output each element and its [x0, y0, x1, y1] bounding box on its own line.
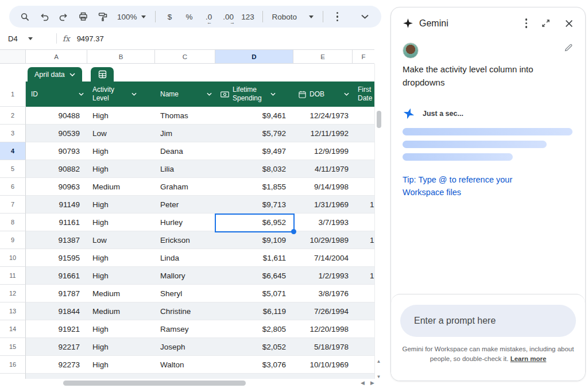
- cell-dob[interactable]: 9/14/1998: [293, 178, 353, 196]
- row-number[interactable]: 15: [0, 338, 26, 356]
- column-header-e[interactable]: E: [293, 50, 353, 63]
- more-formats-button[interactable]: 123: [239, 8, 257, 25]
- name-box[interactable]: D4: [0, 34, 55, 43]
- cell-dob[interactable]: 1/31/1969: [293, 196, 353, 214]
- cell-dob[interactable]: 7/14/2004: [293, 249, 353, 267]
- row-number[interactable]: 13: [0, 302, 26, 320]
- cell-first-date[interactable]: [353, 214, 374, 231]
- percent-format-button[interactable]: %: [181, 8, 198, 25]
- cell-activity-level[interactable]: High: [87, 356, 155, 374]
- chevron-down-icon[interactable]: [79, 92, 84, 96]
- cell-activity-level[interactable]: High: [87, 320, 155, 338]
- cell-dob[interactable]: 12/11/1992: [293, 125, 353, 142]
- row-number[interactable]: 11: [0, 267, 26, 285]
- cell-name[interactable]: Sheryl: [155, 285, 215, 302]
- cell-name[interactable]: Deana: [155, 142, 215, 160]
- row-number[interactable]: 3: [0, 125, 26, 142]
- fill-handle[interactable]: [291, 229, 296, 234]
- header-name[interactable]: Name: [155, 82, 215, 107]
- cell-first-date[interactable]: [353, 178, 374, 196]
- font-select[interactable]: Roboto: [269, 13, 317, 21]
- cell-id[interactable]: 90963: [26, 178, 87, 196]
- cell-id[interactable]: 91921: [26, 320, 87, 338]
- select-all-corner[interactable]: [0, 50, 26, 63]
- cell-dob[interactable]: 3/8/1976: [293, 285, 353, 302]
- row-number[interactable]: 1: [0, 82, 26, 107]
- cell-id[interactable]: 92217: [26, 338, 87, 356]
- cell-first-date[interactable]: [353, 285, 374, 302]
- cell-lifetime-spending[interactable]: $9,713: [215, 196, 293, 214]
- cell-lifetime-spending[interactable]: $9,497: [215, 142, 293, 160]
- cell-activity-level[interactable]: High: [87, 267, 155, 285]
- cell-first-date[interactable]: [353, 320, 374, 338]
- cell-lifetime-spending[interactable]: $2,052: [215, 338, 293, 356]
- cell-dob[interactable]: 4/11/1979: [293, 160, 353, 178]
- cell-lifetime-spending[interactable]: $2,805: [215, 320, 293, 338]
- edit-pencil-icon[interactable]: [563, 42, 574, 53]
- vertical-scroll-arrows[interactable]: ▲▼: [375, 359, 382, 379]
- row-number[interactable]: 10: [0, 249, 26, 267]
- cell-activity-level[interactable]: Low: [87, 125, 155, 142]
- cell-first-date[interactable]: [353, 142, 374, 160]
- cell-id[interactable]: 91787: [26, 285, 87, 302]
- cell-name[interactable]: Ramsey: [155, 320, 215, 338]
- row-number[interactable]: 8: [0, 214, 26, 231]
- cell-id[interactable]: 92273: [26, 356, 87, 374]
- scroll-up-icon[interactable]: ▲: [377, 359, 381, 364]
- row-number[interactable]: 2: [0, 107, 26, 125]
- header-dob[interactable]: DOB: [293, 82, 353, 107]
- undo-icon[interactable]: [36, 8, 53, 25]
- scroll-right-icon[interactable]: ▶: [370, 380, 374, 386]
- vertical-scrollbar-thumb[interactable]: [377, 111, 381, 128]
- cell-activity-level[interactable]: Medium: [87, 302, 155, 320]
- cell-lifetime-spending[interactable]: $6,645: [215, 267, 293, 285]
- cell-name[interactable]: Mallory: [155, 267, 215, 285]
- workspace-tip-link[interactable]: Tip: Type @ to reference your Workspace …: [391, 161, 552, 199]
- cell-dob[interactable]: 7/26/1994: [293, 302, 353, 320]
- increase-decimal-button[interactable]: .00→: [220, 8, 237, 25]
- cell-lifetime-spending[interactable]: $9,109: [215, 231, 293, 249]
- paint-format-icon[interactable]: [94, 8, 111, 25]
- cell-lifetime-spending[interactable]: $3,076: [215, 356, 293, 374]
- cell-name[interactable]: Joseph: [155, 338, 215, 356]
- header-first-date[interactable]: First Date: [353, 82, 374, 107]
- horizontal-scrollbar[interactable]: ◀▶: [0, 379, 386, 387]
- row-number[interactable]: 4: [0, 142, 26, 160]
- prompt-input[interactable]: Enter a prompt here: [400, 305, 576, 337]
- cell-first-date[interactable]: [353, 107, 374, 125]
- cell-name[interactable]: Walton: [155, 356, 215, 374]
- cell-id[interactable]: 90793: [26, 142, 87, 160]
- formula-input[interactable]: 9497.37: [77, 34, 104, 43]
- column-header-a[interactable]: A: [26, 50, 87, 63]
- cell-activity-level[interactable]: Medium: [87, 178, 155, 196]
- learn-more-link[interactable]: Learn more: [510, 355, 547, 362]
- cell-name[interactable]: Thomas: [155, 107, 215, 125]
- chevron-down-icon[interactable]: [207, 92, 212, 96]
- table-options-button[interactable]: [91, 67, 114, 82]
- header-id[interactable]: ID: [26, 82, 87, 107]
- selected-cell[interactable]: [215, 214, 295, 232]
- more-options-icon[interactable]: [329, 8, 346, 25]
- cell-first-date[interactable]: 1: [353, 267, 374, 285]
- column-header-c[interactable]: C: [155, 50, 215, 63]
- cell-id[interactable]: 91149: [26, 196, 87, 214]
- cell-dob[interactable]: 1/2/1993: [293, 267, 353, 285]
- cell-id[interactable]: 90882: [26, 160, 87, 178]
- cell-name[interactable]: Linda: [155, 249, 215, 267]
- zoom-select[interactable]: 100%: [114, 13, 149, 21]
- row-number[interactable]: 6: [0, 178, 26, 196]
- horizontal-scroll-arrows[interactable]: ◀▶: [361, 380, 374, 386]
- header-lifetime-spending[interactable]: Lifetime Spending: [215, 82, 293, 107]
- cell-dob[interactable]: 12/20/1998: [293, 320, 353, 338]
- cell-activity-level[interactable]: High: [87, 196, 155, 214]
- horizontal-scrollbar-thumb[interactable]: [63, 381, 246, 386]
- chevron-down-icon[interactable]: [344, 92, 349, 96]
- cell-lifetime-spending[interactable]: $5,792: [215, 125, 293, 142]
- cell-first-date[interactable]: [353, 160, 374, 178]
- row-number[interactable]: 16: [0, 356, 26, 374]
- cell-dob[interactable]: 10/29/1989: [293, 231, 353, 249]
- cell-activity-level[interactable]: High: [87, 338, 155, 356]
- cell-lifetime-spending[interactable]: $6,119: [215, 302, 293, 320]
- cell-activity-level[interactable]: High: [87, 142, 155, 160]
- cell-activity-level[interactable]: High: [87, 107, 155, 125]
